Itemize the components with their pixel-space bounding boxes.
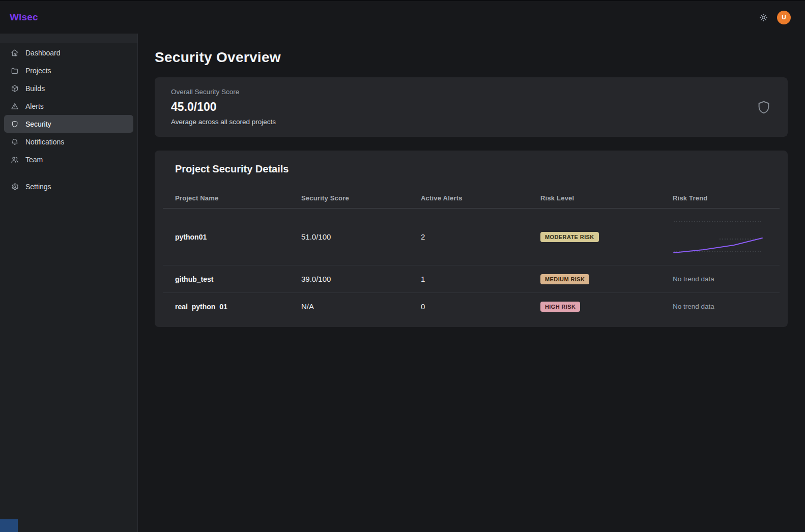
top-header: Wisec U xyxy=(0,1,805,34)
sidebar-item-builds[interactable]: Builds xyxy=(4,79,133,97)
cell-active-alerts: 2 xyxy=(421,232,540,241)
page-title: Security Overview xyxy=(155,49,788,66)
sidebar-item-alerts[interactable]: Alerts xyxy=(4,97,133,115)
sidebar-item-label: Notifications xyxy=(25,138,64,146)
cell-risk-trend xyxy=(673,219,780,255)
risk-badge-high: HIGH RISK xyxy=(540,302,580,312)
sidebar-item-label: Builds xyxy=(25,84,45,93)
sidebar-item-label: Settings xyxy=(25,183,51,191)
security-table: Project Name Security Score Active Alert… xyxy=(163,188,780,320)
risk-badge-medium: MEDIUM RISK xyxy=(540,274,589,284)
table-header-row: Project Name Security Score Active Alert… xyxy=(163,188,780,209)
table-row: real_python_01 N/A 0 HIGH RISK No trend … xyxy=(163,293,780,320)
score-description: Average across all scored projects xyxy=(171,118,276,126)
overall-score-card: Overall Security Score 45.0/100 Average … xyxy=(155,77,788,137)
col-header-project-name: Project Name xyxy=(175,194,301,202)
avatar-initial: U xyxy=(782,14,786,21)
cell-security-score: 51.0/100 xyxy=(301,232,421,241)
home-icon xyxy=(11,49,19,57)
sidebar-nav: Dashboard Projects xyxy=(0,43,137,195)
sidebar-item-security[interactable]: Security xyxy=(4,115,133,133)
risk-badge-moderate: MODERATE RISK xyxy=(540,232,599,242)
shield-large-icon xyxy=(756,99,771,115)
alert-triangle-icon xyxy=(11,102,19,110)
users-icon xyxy=(11,156,19,164)
sidebar-separator xyxy=(4,168,133,178)
sun-icon xyxy=(759,13,768,22)
score-label: Overall Security Score xyxy=(171,88,276,96)
details-card-title: Project Security Details xyxy=(155,163,788,175)
cell-security-score: 39.0/100 xyxy=(301,275,421,283)
cell-risk-trend: No trend data xyxy=(673,303,780,310)
cell-active-alerts: 0 xyxy=(421,302,540,311)
risk-trend-sparkline xyxy=(673,219,763,255)
sidebar-item-label: Security xyxy=(25,120,51,128)
sidebar-item-team[interactable]: Team xyxy=(4,151,133,168)
cell-project-name: python01 xyxy=(175,233,301,241)
cell-project-name: real_python_01 xyxy=(175,303,301,311)
sidebar-item-notifications[interactable]: Notifications xyxy=(4,133,133,151)
col-header-security-score: Security Score xyxy=(301,194,421,202)
score-card-text: Overall Security Score 45.0/100 Average … xyxy=(171,88,276,126)
cell-security-score: N/A xyxy=(301,302,421,311)
app-root: Wisec U xyxy=(0,0,805,532)
brand-logo[interactable]: Wisec xyxy=(10,12,38,23)
sidebar-item-projects[interactable]: Projects xyxy=(4,62,133,79)
sidebar-item-settings[interactable]: Settings xyxy=(4,178,133,195)
header-actions: U xyxy=(759,11,791,24)
folder-icon xyxy=(11,67,19,75)
cell-risk-trend: No trend data xyxy=(673,275,780,283)
project-security-details-card: Project Security Details Project Name Se… xyxy=(155,151,788,327)
sparkline-path xyxy=(674,238,762,253)
cell-active-alerts: 1 xyxy=(421,275,540,283)
cell-risk-level: MODERATE RISK xyxy=(540,232,673,242)
sidebar-top-strip xyxy=(0,34,137,43)
theme-toggle-button[interactable] xyxy=(759,13,768,22)
bell-icon xyxy=(11,138,19,146)
gear-icon xyxy=(11,183,19,191)
sidebar: Dashboard Projects xyxy=(0,34,138,532)
background-window-corner xyxy=(0,519,18,532)
cell-risk-level: HIGH RISK xyxy=(540,302,673,312)
cell-risk-level: MEDIUM RISK xyxy=(540,274,673,284)
sidebar-item-dashboard[interactable]: Dashboard xyxy=(4,44,133,62)
table-row: python01 51.0/100 2 MODERATE RISK xyxy=(163,209,780,265)
col-header-risk-trend: Risk Trend xyxy=(673,194,780,202)
cell-project-name: github_test xyxy=(175,275,301,283)
shield-icon xyxy=(11,120,19,128)
package-icon xyxy=(11,84,19,93)
sidebar-item-label: Projects xyxy=(25,67,51,75)
col-header-active-alerts: Active Alerts xyxy=(421,194,540,202)
main-content: Security Overview Overall Security Score… xyxy=(138,34,805,532)
sidebar-item-label: Team xyxy=(25,156,43,164)
sidebar-item-label: Alerts xyxy=(25,102,44,110)
table-row: github_test 39.0/100 1 MEDIUM RISK No tr… xyxy=(163,265,780,293)
content-row: Dashboard Projects xyxy=(0,34,805,532)
sidebar-item-label: Dashboard xyxy=(25,49,61,57)
score-value: 45.0/100 xyxy=(171,100,276,113)
col-header-risk-level: Risk Level xyxy=(540,194,673,202)
user-avatar[interactable]: U xyxy=(777,11,791,24)
